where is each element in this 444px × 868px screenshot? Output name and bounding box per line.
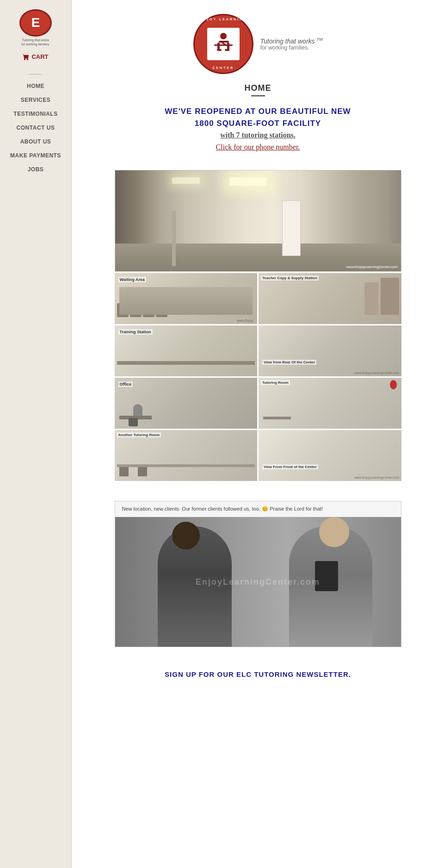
hero-section: WE'VE REOPENED AT OUR BEAUTIFUL NEW 1800… bbox=[165, 106, 351, 151]
logo-tagline-small: Tutoring that works for working families… bbox=[21, 38, 50, 46]
rear-watermark: www.EnjoyLearningCenter.com bbox=[354, 371, 399, 375]
main-content: ENJOY LEARNING CENTER Tutoring that work… bbox=[72, 0, 444, 868]
hero-line1: WE'VE REOPENED AT OUR BEAUTIFUL NEW bbox=[165, 106, 351, 118]
photo-row-2: Waiting Area www.Enjoy... Teacher Copy &… bbox=[115, 273, 401, 324]
another-tutoring-label: Another Tutoring Room bbox=[117, 432, 161, 437]
front-watermark: www.EnjoyLearningCenter.com bbox=[354, 476, 399, 479]
divider bbox=[172, 211, 176, 266]
chair-at-table-1 bbox=[119, 467, 129, 476]
chair-2 bbox=[130, 303, 142, 317]
ceiling-light-2 bbox=[172, 177, 200, 184]
rear-bg bbox=[259, 325, 401, 376]
phone-number-link[interactable]: Click for our phone number. bbox=[165, 143, 351, 151]
svg-rect-1 bbox=[219, 41, 229, 43]
tagline-line1: Tutoring that works TM bbox=[260, 37, 323, 45]
tm-mark: TM bbox=[316, 37, 322, 42]
title-underline bbox=[251, 95, 265, 96]
waiting-area-photo: Waiting Area www.Enjoy... bbox=[115, 273, 258, 324]
svg-rect-3 bbox=[217, 49, 222, 51]
training-station-photo: Training Station bbox=[115, 325, 258, 376]
chair-1 bbox=[117, 303, 129, 317]
cart-icon bbox=[23, 54, 29, 60]
svg-rect-6 bbox=[214, 44, 233, 46]
sidebar-logo: Tutoring that works for working families… bbox=[12, 9, 59, 46]
office-chair bbox=[129, 418, 138, 426]
students-caption: New location, new clients. Our former cl… bbox=[115, 501, 401, 517]
page-title: HOME bbox=[245, 83, 271, 106]
ceiling-light-1 bbox=[229, 177, 266, 186]
fire-alarm bbox=[390, 380, 397, 389]
students-watermark: EnjoyLearningCenter.com bbox=[196, 577, 320, 587]
front-view-bg bbox=[259, 430, 401, 481]
supply-station-photo: Teacher Copy & Supply Station bbox=[259, 273, 401, 324]
photo-row-5: Another Tutoring Room View From Front of… bbox=[115, 430, 401, 481]
photo-watermark-1: www.EnjoyLearningCenter.com bbox=[345, 265, 397, 269]
office-photo: Office bbox=[115, 378, 258, 429]
photo-row-3: Training Station View from Rear Of the C… bbox=[115, 325, 401, 376]
training-label: Training Station bbox=[118, 329, 153, 335]
student-left-head bbox=[172, 522, 200, 550]
hallway-photo: www.EnjoyLearningCenter.com bbox=[115, 170, 401, 272]
header-logo-circle: ENJOY LEARNING CENTER bbox=[193, 14, 253, 74]
person-silhouette bbox=[133, 404, 142, 416]
supply-label: Teacher Copy & Supply Station bbox=[261, 275, 319, 281]
sidebar-item-home[interactable]: HOME bbox=[0, 79, 71, 93]
facility-photos: www.EnjoyLearningCenter.com Waiting Area… bbox=[115, 170, 401, 482]
header-tagline: Tutoring that works TM for working famil… bbox=[260, 37, 323, 51]
chair-at-table-2 bbox=[138, 467, 147, 476]
sidebar-item-jobs[interactable]: JOBS bbox=[0, 162, 71, 176]
header-logo: ENJOY LEARNING CENTER Tutoring that work… bbox=[193, 9, 323, 74]
another-tutoring-photo: Another Tutoring Room bbox=[115, 430, 258, 481]
sidebar-item-testimonials[interactable]: TESTIMONIALS bbox=[0, 107, 71, 121]
another-tutoring-bg bbox=[115, 430, 258, 481]
person-at-desk-icon bbox=[210, 31, 236, 57]
svg-point-0 bbox=[220, 33, 227, 39]
student-right-head bbox=[319, 517, 349, 547]
hero-line2: 1800 SQUARE-FOOT FACILITY bbox=[165, 118, 351, 130]
logo-arc-text-bottom: CENTER bbox=[212, 66, 234, 69]
sidebar-nav: CART HOME SERVICES TESTIMONIALS CONTACT … bbox=[0, 51, 71, 176]
students-image: EnjoyLearningCenter.com bbox=[115, 517, 401, 647]
chairs-row bbox=[117, 303, 255, 317]
hero-line3: with 7 tutoring stations. bbox=[165, 131, 351, 139]
filing-cabinet bbox=[364, 282, 378, 315]
cart-label: CART bbox=[31, 53, 48, 60]
tutoring-bg bbox=[259, 378, 401, 429]
sidebar: Tutoring that works for working families… bbox=[0, 0, 72, 868]
door bbox=[282, 200, 301, 256]
training-table bbox=[117, 361, 255, 365]
front-view-label: View From Front of the Center bbox=[262, 464, 318, 469]
logo-small-circle bbox=[19, 9, 52, 37]
rear-view-label: View from Rear Of the Center bbox=[262, 360, 316, 365]
tutoring-room-label: Tutoring Room bbox=[261, 380, 290, 385]
shelf-unit bbox=[381, 278, 399, 315]
rear-view-photo: View from Rear Of the Center www.EnjoyLe… bbox=[259, 325, 401, 376]
sidebar-item-contact[interactable]: CONTACT US bbox=[0, 121, 71, 135]
newsletter-section: SIGN UP FOR OUR ELC TUTORING NEWSLETTER. bbox=[165, 670, 351, 678]
tagline-line2: for working families. bbox=[260, 44, 323, 51]
sidebar-item-services[interactable]: SERVICES bbox=[0, 93, 71, 107]
students-section: New location, new clients. Our former cl… bbox=[115, 501, 401, 647]
tutoring-room-photo: Tutoring Room bbox=[259, 378, 401, 429]
svg-rect-5 bbox=[225, 49, 229, 51]
nav-divider bbox=[29, 74, 43, 75]
logo-arc-text-top: ENJOY LEARNING bbox=[199, 18, 247, 21]
waiting-label: Waiting Area bbox=[118, 277, 146, 282]
chair-4 bbox=[156, 303, 167, 317]
logo-inner-square bbox=[207, 28, 240, 60]
sidebar-item-about[interactable]: ABOUT US bbox=[0, 135, 71, 149]
photo-row-4: Office Tutoring Room bbox=[115, 378, 401, 429]
chair-3 bbox=[143, 303, 154, 317]
tutoring-desk bbox=[263, 417, 291, 419]
sidebar-item-payments[interactable]: MAKE PAYMENTS bbox=[0, 149, 71, 162]
front-view-photo: View From Front of the Center www.EnjoyL… bbox=[259, 430, 401, 481]
waiting-watermark: www.Enjoy... bbox=[237, 319, 255, 322]
office-label: Office bbox=[118, 381, 133, 387]
supply-bg bbox=[259, 273, 401, 324]
cart-link[interactable]: CART bbox=[18, 51, 53, 62]
